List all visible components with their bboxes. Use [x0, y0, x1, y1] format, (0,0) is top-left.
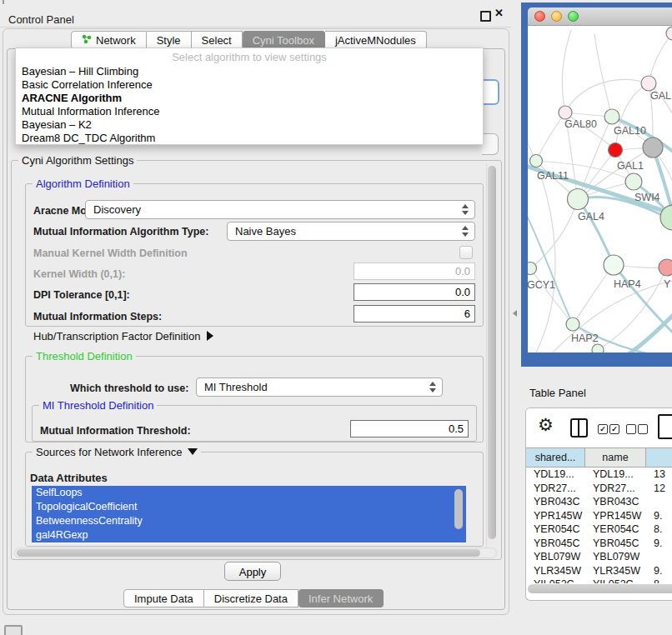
- network-node[interactable]: [666, 27, 672, 40]
- network-window[interactable]: GALGAL80GAL10GAL1GAL11SWI4GAL4GCY1HAP4YH…: [528, 8, 672, 352]
- mi-steps-field[interactable]: 6: [354, 305, 475, 322]
- close-window-icon[interactable]: [534, 11, 545, 22]
- which-threshold-select[interactable]: MI Threshold: [196, 378, 443, 397]
- dpi-tolerance-field[interactable]: 0.0: [354, 283, 475, 301]
- threshold-definition-title: Threshold Definition: [33, 350, 136, 362]
- spinner-arrows-icon: [462, 204, 469, 216]
- tab-network[interactable]: Network: [71, 31, 147, 49]
- tab-infer-network[interactable]: Infer Network: [298, 589, 384, 608]
- network-node-hap4[interactable]: [604, 255, 624, 275]
- network-edge[interactable]: [562, 30, 571, 112]
- table-row[interactable]: YIL052CYIL052C8: [526, 578, 672, 583]
- tab-select[interactable]: Select: [192, 31, 243, 49]
- mi-algorithm-type-value: Naive Bayes: [235, 225, 296, 238]
- tab-impute-data[interactable]: Impute Data: [123, 589, 204, 608]
- table-row[interactable]: YBL079WYBL079W: [526, 550, 672, 564]
- network-node-gal1[interactable]: [609, 143, 623, 158]
- table-column-header[interactable]: shared...: [526, 448, 585, 467]
- table-cell: YIL052C: [526, 578, 585, 583]
- algorithm-option[interactable]: ARACNE Algorithm: [16, 92, 483, 105]
- network-node[interactable]: [592, 344, 604, 352]
- mi-threshold-field[interactable]: 0.5: [350, 420, 469, 438]
- algorithm-option[interactable]: Basic Correlation Inference: [16, 78, 483, 92]
- manual-kernel-width-checkbox[interactable]: [459, 246, 473, 259]
- settings-vertical-scrollbar[interactable]: [486, 163, 498, 552]
- network-node-y[interactable]: [659, 259, 672, 276]
- network-node-hap2[interactable]: [566, 318, 579, 331]
- tab-cyni-toolbox[interactable]: Cyni Toolbox: [243, 31, 325, 49]
- mi-algorithm-type-select[interactable]: Naive Bayes: [227, 222, 475, 241]
- network-node-label: HAP2: [571, 332, 599, 344]
- table-row[interactable]: YDR27...YDR27...12: [526, 482, 672, 496]
- close-panel-icon[interactable]: ✕: [494, 7, 504, 19]
- network-node-gcy1[interactable]: [528, 262, 537, 275]
- deselect-checkboxes-icon[interactable]: [638, 424, 648, 434]
- data-attributes-list[interactable]: SelfLoopsTopologicalCoefficientBetweenne…: [32, 486, 466, 543]
- data-attribute-item[interactable]: SelfLoops: [32, 486, 466, 500]
- network-graph[interactable]: GALGAL80GAL10GAL1GAL11SWI4GAL4GCY1HAP4YH…: [528, 26, 672, 352]
- network-canvas[interactable]: GALGAL80GAL10GAL1GAL11SWI4GAL4GCY1HAP4YH…: [528, 26, 672, 352]
- network-edge[interactable]: [626, 311, 672, 352]
- table-cell: YPR145W: [585, 509, 646, 523]
- tab-jactivemnodules[interactable]: jActiveMNodules: [325, 31, 427, 49]
- network-node-gal[interactable]: [641, 76, 656, 91]
- aracne-mode-select[interactable]: Discovery: [85, 200, 475, 219]
- table-column-header[interactable]: [646, 448, 672, 467]
- network-edge[interactable]: [578, 199, 614, 265]
- bottom-left-panel-chip[interactable]: [4, 625, 23, 635]
- algorithm-option[interactable]: Dream8 DC_TDC Algorithm: [16, 132, 483, 145]
- data-attribute-item[interactable]: BetweennessCentrality: [32, 514, 466, 528]
- float-window-icon[interactable]: [480, 11, 491, 22]
- table-column-header[interactable]: name: [585, 448, 646, 467]
- network-node-gal4[interactable]: [568, 189, 589, 210]
- network-node[interactable]: [643, 138, 663, 158]
- select-all-checkboxes-icon[interactable]: ✓: [609, 424, 619, 434]
- network-edge[interactable]: [573, 265, 614, 324]
- network-edge[interactable]: [536, 112, 565, 161]
- algorithm-option[interactable]: Mutual Information Inference: [16, 105, 483, 118]
- attributes-list-scrollbar[interactable]: [454, 489, 463, 529]
- table-row[interactable]: YPR145WYPR145W9.: [526, 509, 672, 523]
- network-node-swi4[interactable]: [625, 173, 642, 190]
- settings-vertical-scrollbar-thumb[interactable]: [488, 166, 496, 539]
- network-node-label: GAL4: [578, 211, 604, 222]
- minimize-window-icon[interactable]: [551, 11, 562, 22]
- tab-style[interactable]: Style: [147, 31, 192, 49]
- data-attribute-item[interactable]: gal4RGexp: [32, 528, 466, 542]
- table-cell: YIL052C: [585, 578, 646, 583]
- sources-group-title[interactable]: Sources for Network Inference: [33, 446, 201, 458]
- settings-horizontal-scrollbar[interactable]: [14, 548, 497, 558]
- network-edge[interactable]: [530, 268, 573, 324]
- table-row[interactable]: YER054CYER054C8.: [526, 522, 672, 537]
- select-all-checkboxes-icon[interactable]: ✓: [598, 424, 608, 434]
- tab-discretize-data[interactable]: Discretize Data: [204, 589, 298, 608]
- table-row[interactable]: YDL19...YDL19...13: [526, 468, 672, 482]
- document-icon[interactable]: [658, 414, 672, 439]
- panel-splitter-arrow-icon[interactable]: [513, 310, 517, 317]
- kernel-width-field[interactable]: 0.0: [354, 262, 475, 280]
- split-view-icon[interactable]: [570, 418, 588, 438]
- network-node-gal80[interactable]: [559, 106, 572, 119]
- table-row[interactable]: YBR045CYBR045C9.: [526, 537, 672, 551]
- settings-horizontal-scrollbar-thumb[interactable]: [17, 549, 480, 557]
- apply-button[interactable]: Apply: [224, 562, 281, 581]
- network-window-titlebar[interactable]: [528, 8, 672, 26]
- gear-icon[interactable]: ⚙: [538, 415, 554, 435]
- data-attribute-item[interactable]: TopologicalCoefficient: [32, 500, 466, 514]
- table-horizontal-scrollbar[interactable]: [528, 584, 672, 593]
- table-row[interactable]: YBR043CYBR043C: [526, 495, 672, 509]
- table-cell: YBL079W: [585, 550, 646, 564]
- tab-label: jActiveMNodules: [335, 34, 416, 47]
- table-rows: YDL19...YDL19...13YDR27...YDR27...12YBR0…: [526, 468, 672, 583]
- algorithm-option[interactable]: Bayesian – Hill Climbing: [16, 65, 483, 78]
- obscured-combobox-fragment: [482, 133, 499, 155]
- deselect-checkboxes-icon[interactable]: [626, 424, 636, 434]
- network-edge[interactable]: [594, 34, 612, 117]
- zoom-window-icon[interactable]: [568, 11, 579, 22]
- network-node-gal10[interactable]: [604, 109, 619, 124]
- algorithm-option[interactable]: Bayesian – K2: [16, 118, 483, 132]
- network-node-gal11[interactable]: [530, 155, 543, 168]
- network-edge[interactable]: [649, 33, 672, 83]
- hub-definition-toggle[interactable]: Hub/Transcription Factor Definition: [33, 330, 213, 342]
- table-row[interactable]: YLR345WYLR345W9.: [526, 564, 672, 578]
